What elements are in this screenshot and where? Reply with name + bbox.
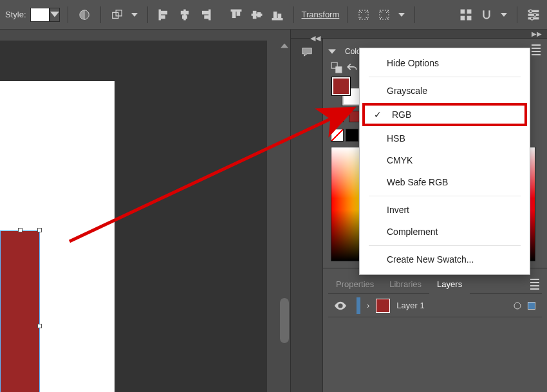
svg-rect-26 bbox=[467, 16, 471, 20]
tab-libraries[interactable]: Libraries bbox=[382, 275, 429, 294]
style-dropdown[interactable] bbox=[50, 8, 60, 22]
svg-rect-3 bbox=[159, 10, 160, 20]
layer-thumbnail[interactable] bbox=[376, 299, 390, 313]
svg-point-32 bbox=[531, 17, 534, 20]
svg-rect-13 bbox=[232, 12, 236, 17]
layer-color-indicator bbox=[357, 297, 360, 314]
color-mode-context-menu: Hide Options Grayscale ✓RGB HSB CMYK Web… bbox=[359, 48, 530, 275]
swatch-none[interactable] bbox=[331, 129, 344, 142]
menu-complement[interactable]: Complement bbox=[360, 221, 530, 243]
fill-icon[interactable] bbox=[76, 6, 93, 23]
style-label: Style: bbox=[5, 10, 26, 19]
path-ops-dropdown[interactable] bbox=[129, 8, 140, 22]
perspective-icon[interactable] bbox=[376, 6, 393, 23]
layer-select-indicator[interactable] bbox=[528, 302, 535, 310]
svg-rect-23 bbox=[461, 10, 465, 14]
layer-target-icon[interactable] bbox=[514, 302, 521, 310]
svg-rect-11 bbox=[204, 15, 208, 19]
svg-rect-8 bbox=[182, 15, 187, 19]
svg-rect-24 bbox=[467, 10, 471, 14]
swap-colors-icon[interactable] bbox=[331, 62, 342, 73]
foreground-background-swatch[interactable] bbox=[332, 77, 360, 106]
svg-rect-9 bbox=[209, 10, 210, 20]
visibility-icon[interactable] bbox=[335, 300, 346, 312]
svg-rect-20 bbox=[278, 14, 281, 17]
menu-grayscale[interactable]: Grayscale bbox=[360, 80, 530, 102]
layers-menu-button[interactable] bbox=[528, 279, 542, 290]
svg-point-35 bbox=[514, 303, 521, 309]
menu-web-safe-rgb[interactable]: Web Safe RGB bbox=[360, 171, 530, 193]
menu-rgb[interactable]: ✓RGB bbox=[362, 103, 527, 126]
svg-rect-4 bbox=[161, 11, 167, 14]
svg-point-30 bbox=[529, 10, 532, 13]
undo-icon[interactable] bbox=[346, 62, 358, 73]
selection-handle[interactable] bbox=[37, 324, 42, 328]
snap-dropdown[interactable] bbox=[499, 8, 509, 22]
vertical-scrollbar[interactable] bbox=[279, 41, 290, 392]
style-swatch[interactable] bbox=[30, 8, 50, 22]
panel-menu-button[interactable] bbox=[529, 44, 543, 55]
foreground-color-swatch[interactable] bbox=[332, 77, 350, 95]
svg-rect-16 bbox=[253, 11, 256, 18]
bottom-panel-tabs: Properties Libraries Layers bbox=[328, 275, 542, 294]
no-color-swatch[interactable] bbox=[332, 111, 344, 122]
svg-rect-12 bbox=[231, 10, 241, 11]
svg-point-31 bbox=[533, 13, 537, 16]
perspective-dropdown[interactable] bbox=[396, 8, 407, 22]
transform-button[interactable]: Transform bbox=[302, 10, 340, 19]
align-vcenter-icon[interactable] bbox=[248, 6, 265, 23]
swatch-black[interactable] bbox=[346, 129, 358, 142]
align-right-icon[interactable] bbox=[197, 6, 214, 23]
align-top-icon[interactable] bbox=[228, 6, 245, 23]
menu-create-swatch[interactable]: Create New Swatch... bbox=[360, 248, 530, 270]
arrange-icon[interactable] bbox=[458, 6, 474, 23]
menu-invert[interactable]: Invert bbox=[360, 199, 530, 221]
svg-rect-5 bbox=[161, 15, 165, 19]
svg-rect-34 bbox=[336, 67, 342, 73]
menu-hsb[interactable]: HSB bbox=[360, 127, 530, 149]
align-left-icon[interactable] bbox=[156, 6, 172, 23]
selection-handle[interactable] bbox=[37, 228, 42, 232]
menu-cmyk[interactable]: CMYK bbox=[360, 149, 530, 171]
svg-rect-2 bbox=[116, 10, 122, 15]
layer-expand-icon[interactable]: › bbox=[367, 301, 369, 310]
svg-rect-18 bbox=[272, 18, 283, 19]
svg-rect-17 bbox=[257, 12, 261, 17]
align-hcenter-icon[interactable] bbox=[176, 6, 193, 23]
panel-collapse-icon[interactable] bbox=[328, 48, 336, 55]
menu-hide-options[interactable]: Hide Options bbox=[360, 52, 530, 74]
snap-icon[interactable] bbox=[478, 6, 495, 23]
panel-icon-strip bbox=[291, 39, 323, 392]
expand-arrows-icon[interactable]: ▶▶ bbox=[532, 30, 542, 37]
svg-rect-25 bbox=[461, 16, 465, 20]
align-bottom-icon[interactable] bbox=[269, 6, 286, 23]
extra-options-icon[interactable] bbox=[525, 6, 542, 23]
tab-layers[interactable]: Layers bbox=[429, 275, 470, 294]
collapse-left-indicator[interactable]: ◀◀ bbox=[310, 34, 320, 42]
options-bar: Style: Transform bbox=[0, 0, 547, 30]
svg-rect-7 bbox=[181, 11, 188, 14]
tab-properties[interactable]: Properties bbox=[328, 275, 382, 294]
canvas-area bbox=[0, 30, 291, 392]
svg-rect-1 bbox=[112, 12, 118, 18]
comment-icon[interactable] bbox=[299, 44, 315, 61]
scrollbar-thumb[interactable] bbox=[280, 298, 289, 343]
selection-handle[interactable] bbox=[18, 228, 23, 232]
svg-rect-19 bbox=[274, 12, 277, 17]
warp-icon[interactable] bbox=[355, 6, 372, 23]
layer-row[interactable]: › Layer 1 bbox=[328, 294, 542, 317]
svg-rect-14 bbox=[237, 12, 240, 15]
checkmark-icon: ✓ bbox=[374, 109, 382, 120]
layer-name[interactable]: Layer 1 bbox=[396, 301, 424, 310]
path-ops-icon[interactable] bbox=[109, 6, 125, 23]
selected-rectangle[interactable] bbox=[0, 230, 40, 392]
svg-rect-10 bbox=[202, 11, 208, 14]
panel-collapse-strip: ▶▶ bbox=[291, 30, 547, 39]
